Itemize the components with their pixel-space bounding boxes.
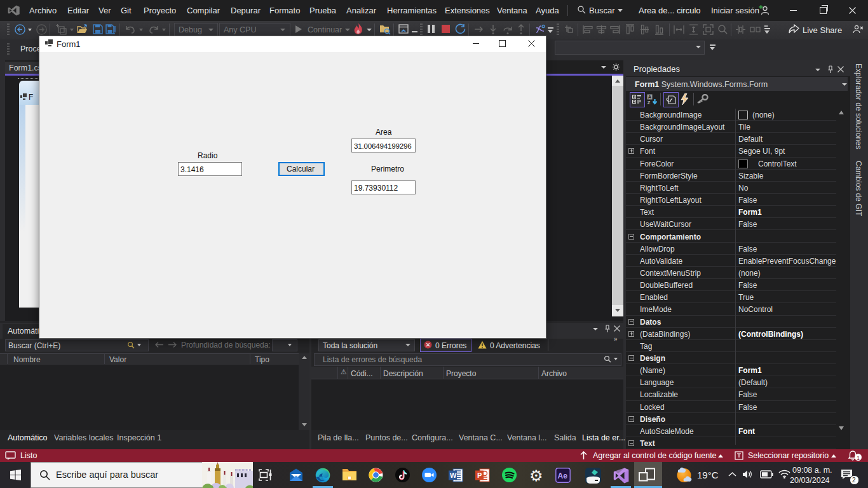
svg-text:W: W [450,471,457,479]
svg-text:P: P [477,471,482,479]
svg-text:A: A [648,94,652,100]
svg-text:Z: Z [648,100,651,105]
svg-text:Ae: Ae [558,471,568,480]
